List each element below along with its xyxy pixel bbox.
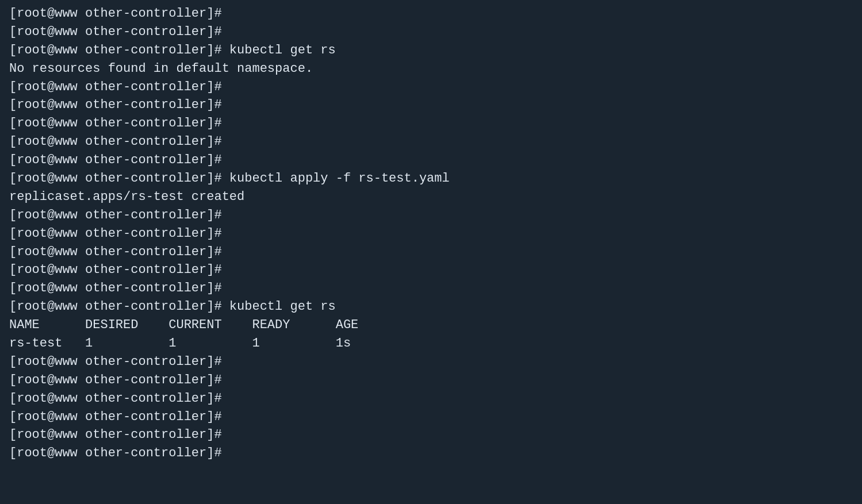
terminal-line-17: [root@www other-controller]# kubectl get…	[9, 298, 853, 316]
terminal-line-3: [root@www other-controller]# kubectl get…	[9, 41, 853, 60]
terminal-line-4: No resources found in default namespace.	[9, 60, 853, 78]
terminal-line-23: [root@www other-controller]#	[9, 408, 853, 426]
terminal-line-6: [root@www other-controller]#	[9, 96, 853, 114]
terminal-line-9: [root@www other-controller]#	[9, 151, 853, 170]
terminal-line-21: [root@www other-controller]#	[9, 371, 853, 390]
terminal-line-24: [root@www other-controller]#	[9, 426, 853, 444]
terminal-line-15: [root@www other-controller]#	[9, 261, 853, 279]
terminal-line-2: [root@www other-controller]#	[9, 23, 853, 41]
terminal-line-11: replicaset.apps/rs-test created	[9, 188, 853, 206]
terminal-line-8: [root@www other-controller]#	[9, 133, 853, 151]
terminal-window[interactable]: [root@www other-controller]# [root@www o…	[9, 5, 853, 499]
terminal-line-5: [root@www other-controller]#	[9, 78, 853, 97]
terminal-line-7: [root@www other-controller]#	[9, 114, 853, 133]
terminal-line-12: [root@www other-controller]#	[9, 206, 853, 225]
terminal-line-10: [root@www other-controller]# kubectl app…	[9, 170, 853, 188]
terminal-line-20: [root@www other-controller]#	[9, 353, 853, 371]
terminal-line-14: [root@www other-controller]#	[9, 243, 853, 261]
terminal-line-13: [root@www other-controller]#	[9, 225, 853, 243]
terminal-line-16: [root@www other-controller]#	[9, 279, 853, 298]
terminal-line-1: [root@www other-controller]#	[9, 5, 853, 23]
terminal-line-25: [root@www other-controller]#	[9, 444, 853, 463]
terminal-line-18: NAME DESIRED CURRENT READY AGE	[9, 316, 853, 334]
terminal-line-22: [root@www other-controller]#	[9, 390, 853, 408]
terminal-line-19: rs-test 1 1 1 1s	[9, 334, 853, 353]
